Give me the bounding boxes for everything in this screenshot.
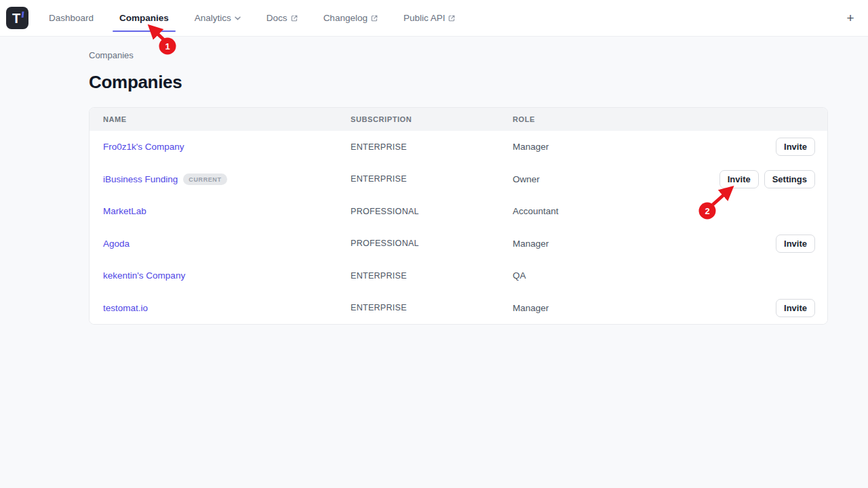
chevron-down-icon [235, 16, 241, 20]
nav-item-analytics[interactable]: Analytics [188, 0, 248, 36]
table-row: AgodaPROFESSIONALManagerInvite [90, 228, 827, 260]
company-link[interactable]: testomat.io [103, 303, 148, 313]
nav-item-label: Analytics [195, 13, 231, 23]
column-header-name: Name [103, 115, 351, 123]
nav-item-companies[interactable]: Companies [113, 0, 176, 36]
nav-item-label: Companies [119, 13, 169, 23]
column-header-role: Role [513, 115, 716, 123]
nav-item-label: Dashboard [49, 13, 94, 23]
table-row: kekentin's CompanyENTERPRISEQA [90, 260, 827, 292]
company-link[interactable]: iBusiness Funding [103, 174, 178, 184]
top-navigation-bar: T DashboardCompaniesAnalyticsDocsChangel… [0, 0, 868, 37]
external-link-icon [371, 15, 378, 22]
nav-item-public-api[interactable]: Public API [397, 0, 462, 36]
testomat-logo[interactable]: T [6, 7, 28, 29]
logo-letter: T [12, 12, 20, 25]
invite-button[interactable]: Invite [776, 138, 815, 156]
subscription-cell: ENTERPRISE [351, 303, 513, 312]
subscription-cell: ENTERPRISE [351, 174, 513, 184]
role-cell: Owner [513, 174, 716, 184]
current-badge: CURRENT [183, 174, 226, 185]
logo-accent-tick [22, 12, 24, 18]
external-link-icon [291, 15, 298, 22]
company-link[interactable]: MarketLab [103, 206, 146, 216]
role-cell: QA [513, 270, 716, 281]
role-cell: Manager [513, 142, 716, 152]
table-row: Fro0z1k's CompanyENTERPRISEManagerInvite [90, 131, 827, 163]
row-actions: Invite [716, 299, 815, 317]
invite-button[interactable]: Invite [776, 299, 815, 317]
row-actions: Invite [716, 235, 815, 253]
role-cell: Manager [513, 303, 716, 313]
role-cell: Accountant [513, 206, 716, 216]
nav-item-label: Changelog [323, 13, 368, 23]
table-header-row: Name Subscription Role [90, 108, 827, 131]
breadcrumb[interactable]: Companies [89, 50, 134, 60]
annotation-number-1: 1 [165, 41, 170, 52]
subscription-cell: ENTERPRISE [351, 271, 513, 281]
company-link[interactable]: Agoda [103, 239, 130, 249]
invite-button[interactable]: Invite [719, 170, 759, 188]
nav-item-label: Public API [403, 13, 446, 23]
external-link-icon [448, 15, 455, 22]
page-title: Companies [89, 72, 868, 93]
table-row: iBusiness FundingCURRENTENTERPRISEOwnerI… [90, 163, 827, 196]
company-link[interactable]: Fro0z1k's Company [103, 142, 184, 152]
subscription-cell: ENTERPRISE [351, 142, 513, 152]
settings-button[interactable]: Settings [764, 170, 815, 188]
nav-item-docs[interactable]: Docs [260, 0, 304, 36]
nav-items: DashboardCompaniesAnalyticsDocsChangelog… [36, 0, 468, 36]
subscription-cell: PROFESSIONAL [351, 207, 513, 216]
companies-table: Name Subscription Role Fro0z1k's Company… [89, 107, 828, 325]
add-company-plus-icon[interactable]: + [842, 10, 859, 26]
invite-button[interactable]: Invite [776, 235, 815, 253]
nav-item-label: Docs [267, 13, 288, 23]
column-header-subscription: Subscription [351, 115, 513, 123]
table-row: MarketLabPROFESSIONALAccountant [90, 195, 827, 228]
table-body: Fro0z1k's CompanyENTERPRISEManagerInvite… [90, 131, 827, 324]
nav-item-changelog[interactable]: Changelog [317, 0, 384, 36]
subscription-cell: PROFESSIONAL [351, 239, 513, 248]
table-row: testomat.ioENTERPRISEManagerInvite [90, 292, 827, 325]
row-actions: InviteSettings [716, 170, 815, 188]
nav-item-dashboard[interactable]: Dashboard [42, 0, 100, 36]
row-actions: Invite [716, 138, 815, 156]
role-cell: Manager [513, 239, 716, 249]
company-link[interactable]: kekentin's Company [103, 270, 185, 281]
